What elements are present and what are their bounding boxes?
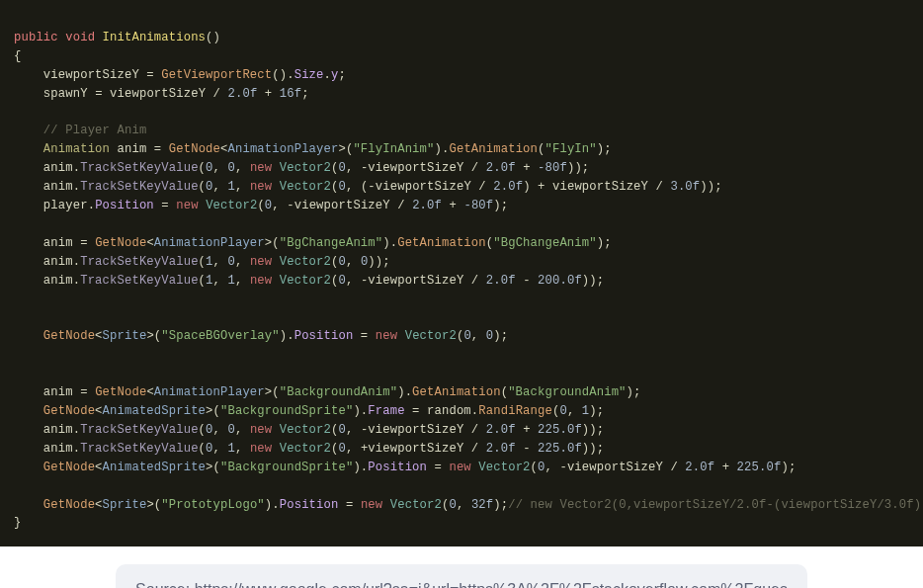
code-block: public void InitAnimations() { viewportS… (0, 0, 923, 546)
source-label: Source: (135, 581, 195, 588)
method-name: InitAnimations (103, 31, 207, 44)
close-brace: } (14, 516, 21, 530)
source-url: https://www.google.com/url?sa=i&url=http… (138, 581, 788, 588)
source-attribution: Source: https://www.google.com/url?sa=i&… (116, 564, 807, 588)
keyword-public-void: public void (14, 31, 95, 44)
comment-player-anim: // Player Anim (43, 124, 147, 137)
comment-tail: // new Vector2(0,viewportSizeY/2.0f-(vie… (508, 498, 923, 512)
open-brace: { (14, 49, 21, 63)
